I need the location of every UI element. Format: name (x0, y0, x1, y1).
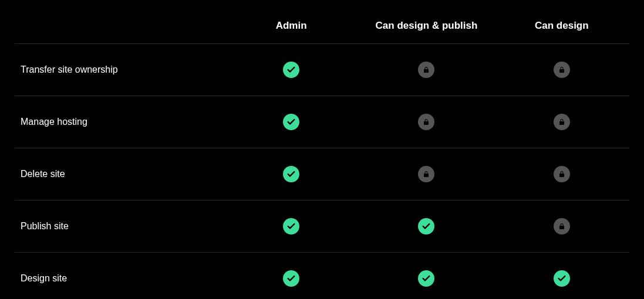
lock-icon (554, 114, 570, 130)
permission-cell (359, 44, 494, 96)
column-header-admin: Admin (224, 12, 359, 44)
feature-label: Transfer site ownership (15, 44, 224, 96)
permission-cell (494, 44, 629, 96)
feature-label: Publish site (15, 201, 224, 253)
feature-label: Design site (15, 253, 224, 300)
check-icon (418, 218, 434, 235)
permission-cell (224, 96, 359, 148)
column-header-feature (15, 12, 224, 44)
lock-icon (554, 166, 570, 182)
table-row: Design site (15, 253, 629, 300)
permission-cell (224, 148, 359, 201)
permission-cell (224, 201, 359, 253)
permission-cell (494, 148, 629, 201)
permission-cell (224, 253, 359, 300)
permissions-table: Admin Can design & publish Can design Tr… (15, 12, 629, 299)
check-icon (283, 270, 299, 287)
permission-cell (224, 44, 359, 96)
lock-icon (418, 166, 434, 182)
check-icon (554, 270, 570, 287)
table-header-row: Admin Can design & publish Can design (15, 12, 629, 44)
table-row: Transfer site ownership (15, 44, 629, 96)
check-icon (283, 62, 299, 78)
lock-icon (554, 218, 570, 235)
column-header-design-publish: Can design & publish (359, 12, 494, 44)
permission-cell (359, 201, 494, 253)
column-header-design: Can design (494, 12, 629, 44)
permission-cell (359, 96, 494, 148)
feature-label: Delete site (15, 148, 224, 201)
check-icon (283, 114, 299, 130)
table-row: Manage hosting (15, 96, 629, 148)
check-icon (418, 270, 434, 287)
table-row: Delete site (15, 148, 629, 201)
permission-cell (359, 253, 494, 300)
permission-cell (494, 201, 629, 253)
check-icon (283, 166, 299, 182)
lock-icon (554, 62, 570, 78)
lock-icon (418, 114, 434, 130)
check-icon (283, 218, 299, 235)
permission-cell (359, 148, 494, 201)
table-row: Publish site (15, 201, 629, 253)
feature-label: Manage hosting (15, 96, 224, 148)
permission-cell (494, 96, 629, 148)
permission-cell (494, 253, 629, 300)
lock-icon (418, 62, 434, 78)
